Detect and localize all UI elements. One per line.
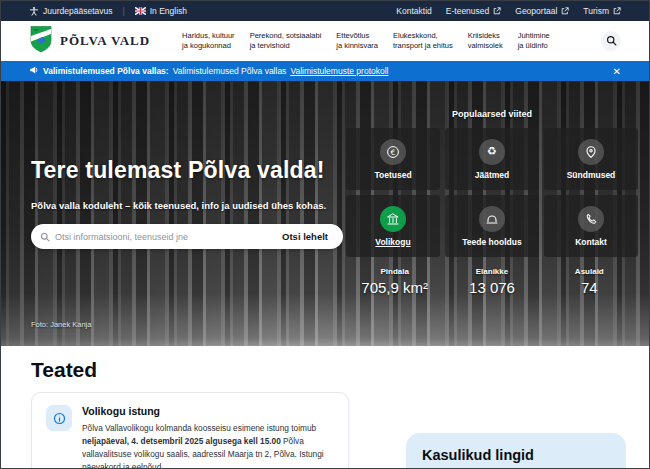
alert-bold-text: Valimistulemused Põlva vallas: — [43, 66, 169, 76]
svg-text:€: € — [391, 147, 396, 156]
topbar: Juurdepääsetavus | In English Kontaktid … — [1, 1, 649, 21]
popular-links-title: Populaarsed viited — [346, 109, 638, 119]
topbar-link-kontaktid[interactable]: Kontaktid — [396, 6, 431, 16]
external-link-icon — [493, 7, 501, 15]
accessibility-link[interactable]: Juurdepääsetavus — [29, 6, 112, 16]
language-label: In English — [150, 6, 187, 16]
search-icon — [606, 34, 617, 49]
nav-item-kriisideks[interactable]: Kriisideks valmisolek — [468, 31, 503, 51]
tile-volikogu[interactable]: Volikogu — [346, 195, 440, 257]
accessibility-icon — [29, 6, 39, 16]
topbar-link-geoportaal[interactable]: Geoportaal — [515, 6, 569, 16]
popular-links: Populaarsed viited € Toetused ♻ Jäätmed — [346, 109, 638, 296]
nav-item-juhtimine[interactable]: Juhtimine ja üldinfo — [518, 31, 550, 51]
quicklink-tiles: € Toetused ♻ Jäätmed S — [346, 128, 638, 257]
phone-icon — [578, 206, 604, 232]
external-link-icon — [561, 7, 569, 15]
topbar-link-turism[interactable]: Turism — [583, 6, 621, 16]
logo-title: PÕLVA VALD — [60, 33, 150, 49]
nav-item-perekond[interactable]: Perekond, sotsiaalabi ja tervishoid — [250, 31, 322, 51]
alert-banner: Valimistulemused Põlva vallas: Valimistu… — [1, 61, 649, 81]
accessibility-label: Juurdepääsetavus — [43, 6, 112, 16]
nav-item-haridus[interactable]: Haridus, kultuur ja kogukonnad — [182, 31, 235, 51]
topbar-link-e-teenused[interactable]: E-teenused — [446, 6, 501, 16]
search-icon — [40, 228, 50, 246]
tile-kontakt[interactable]: Kontakt — [544, 195, 638, 257]
info-icon — [46, 405, 72, 431]
logo[interactable]: PÕLVA VALD — [29, 25, 150, 57]
stat-asulaid: Asulaid 74 — [541, 267, 638, 296]
tile-toetused[interactable]: € Toetused — [346, 128, 440, 190]
hero-search-form: Otsi lehelt — [31, 224, 343, 249]
stat-pindala: Pindala 705,9 km² — [346, 267, 443, 296]
alert-close-button[interactable]: ✕ — [613, 66, 621, 77]
coat-of-arms-icon — [29, 25, 53, 57]
external-link-icon — [613, 7, 621, 15]
page: Juurdepääsetavus | In English Kontaktid … — [0, 0, 650, 469]
tile-sundmused[interactable]: Sündmused — [544, 128, 638, 190]
hero-subtitle: Põlva valla koduleht – kõik teenused, in… — [31, 200, 346, 211]
announcement-body: Põlva Vallavolikogu kolmanda koosseisu e… — [82, 422, 334, 469]
site-header: PÕLVA VALD Haridus, kultuur ja kogukonna… — [1, 21, 649, 61]
megaphone-icon — [29, 65, 39, 77]
hero-title: Tere tulemast Põlva valda! — [31, 157, 346, 184]
government-building-icon — [380, 206, 406, 232]
main-nav: Haridus, kultuur ja kogukonnad Perekond,… — [182, 31, 550, 51]
announcement-content: Volikogu istung Põlva Vallavolikogu kolm… — [82, 405, 334, 469]
header-search-button[interactable] — [601, 31, 621, 51]
teated-heading: Teated — [31, 358, 97, 382]
municipality-stats: Pindala 705,9 km² Elanikke 13 076 Asulai… — [346, 267, 638, 296]
nav-item-elukeskkond[interactable]: Elukeskkond, transport ja ehitus — [393, 31, 453, 51]
content-section: Teated Volikogu istung Põlva Vallavoliko… — [1, 346, 649, 469]
photo-credit: Foto: Janek Kanja — [31, 320, 91, 329]
euro-icon: € — [380, 139, 406, 165]
announcement-title: Volikogu istung — [82, 405, 334, 417]
road-maintenance-icon — [479, 206, 505, 232]
stat-elanikke: Elanikke 13 076 — [443, 267, 540, 296]
hero-search-submit-button[interactable]: Otsi lehelt — [269, 226, 341, 247]
tile-jaatmed[interactable]: ♻ Jäätmed — [445, 128, 539, 190]
map-pin-icon — [578, 139, 604, 165]
hero-search-input[interactable] — [50, 232, 269, 242]
hero-section: Tere tulemast Põlva valda! Põlva valla k… — [1, 81, 649, 346]
topbar-divider: | — [122, 6, 124, 16]
hero-intro: Tere tulemast Põlva valda! Põlva valla k… — [31, 157, 346, 249]
useful-links-panel: Kasulikud lingid — [406, 433, 626, 469]
alert-text: Valimistulemused Põlva vallas — [173, 66, 287, 76]
alert-protocol-link[interactable]: Valimistulemuste protokoll — [290, 66, 388, 76]
topbar-links: Kontaktid E-teenused Geoportaal — [396, 6, 621, 16]
tile-teede-hooldus[interactable]: Teede hooldus — [445, 195, 539, 257]
announcement-card[interactable]: Volikogu istung Põlva Vallavolikogu kolm… — [31, 392, 349, 469]
recycle-icon: ♻ — [479, 139, 505, 165]
uk-flag-icon — [135, 7, 146, 15]
language-switch-link[interactable]: In English — [135, 6, 187, 16]
useful-links-heading: Kasulikud lingid — [422, 447, 610, 463]
nav-item-ettevotlus[interactable]: Ettevõtlus ja kinnisvara — [336, 31, 378, 51]
